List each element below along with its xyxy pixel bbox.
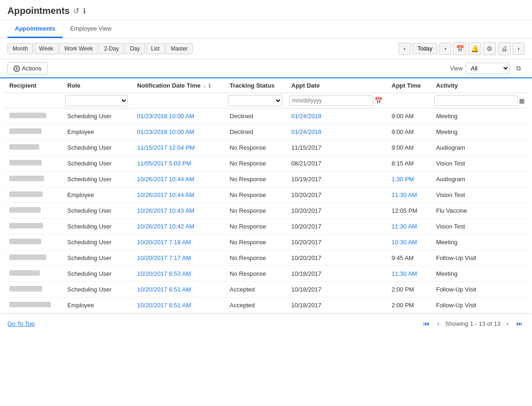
cell-appt-time[interactable]: 11:30 AM (386, 219, 431, 235)
tab-employee-view[interactable]: Employee View (63, 20, 119, 38)
tracking-status-filter-select[interactable]: Accepted Declined No Response (228, 95, 282, 106)
bell-icon-button[interactable]: 🔔 (468, 42, 481, 55)
cell-activity: Audiogram (431, 171, 528, 187)
cell-activity: Audiogram (431, 140, 528, 156)
filter-tracking-status[interactable]: Accepted Declined No Response (224, 93, 286, 108)
view-btn-work-week[interactable]: Work Week (59, 43, 98, 54)
cell-notification-date-time[interactable]: 01/23/2018 10:00 AM (132, 108, 224, 124)
tab-appointments[interactable]: Appointments (7, 20, 63, 38)
cell-appt-time[interactable]: 11:30 AM (386, 187, 431, 203)
cell-notification-date-time[interactable]: 10/20/2017 6:51 AM (132, 282, 224, 298)
filter-row: Scheduling User Employee Accepted Declin… (4, 93, 528, 108)
col-header-appt-time: Appt Time (386, 78, 431, 93)
col-header-appt-date: Appt Date (286, 78, 386, 93)
cell-activity: Meeting (431, 108, 528, 124)
actions-button[interactable]: + Actions (7, 62, 48, 75)
view-dropdown[interactable]: All Active Inactive (466, 63, 510, 74)
cell-notification-date-time[interactable]: 11/15/2017 12:04 PM (132, 140, 224, 156)
cell-tracking-status: Declined (224, 124, 286, 140)
cell-tracking-status: No Response (224, 266, 286, 282)
print-icon-button[interactable]: 🖨 (498, 42, 511, 55)
cell-notification-date-time[interactable]: 10/26/2017 10:44 AM (132, 187, 224, 203)
role-filter-select[interactable]: Scheduling User Employee (65, 95, 128, 106)
cell-appt-time: 9:00 AM (386, 108, 431, 124)
filter-appt-date[interactable]: 📅 (286, 93, 386, 108)
col-header-notification-date-time[interactable]: Notification Date Time ↓ ℹ (132, 78, 224, 93)
cell-tracking-status: No Response (224, 171, 286, 187)
gear-icon-button[interactable]: ⚙ (483, 42, 496, 55)
prev-nav-button[interactable]: ‹ (399, 43, 411, 55)
cell-notification-date-time[interactable]: 01/23/2018 10:00 AM (132, 124, 224, 140)
pager-showing-label: Showing 1 - 13 of 13 (445, 320, 500, 327)
col-header-recipient: Recipient (4, 78, 62, 93)
info-icon[interactable]: ℹ (83, 6, 86, 15)
cell-notification-date-time[interactable]: 10/26/2017 10:42 AM (132, 219, 224, 235)
cell-tracking-status: Accepted (224, 282, 286, 298)
table-container: Recipient Role Notification Date Time ↓ … (0, 78, 532, 313)
cell-role: Scheduling User (62, 140, 132, 156)
table-row: XXXXXXXXXXEmployee01/23/2018 10:00 AMDec… (4, 124, 528, 140)
cell-notification-date-time[interactable]: 10/20/2017 7:17 AM (132, 250, 224, 266)
cell-appt-time[interactable]: 10:30 AM (386, 235, 431, 250)
table-row: XXXXXXXXXXScheduling User10/20/2017 6:53… (4, 266, 528, 282)
cell-tracking-status: No Response (224, 219, 286, 235)
cell-tracking-status: No Response (224, 187, 286, 203)
cell-notification-date-time[interactable]: 11/05/2017 5:03 PM (132, 156, 224, 171)
cell-recipient: XXXXXXXXXX (4, 156, 62, 171)
info-icon-notification[interactable]: ℹ (209, 83, 210, 89)
table-body: XXXXXXXXXXScheduling User01/23/2018 10:0… (4, 108, 528, 313)
cell-recipient: XXXXXXXXXX (4, 298, 62, 313)
activity-filter-input[interactable] (434, 95, 518, 106)
go-to-top-button[interactable]: Go To Top (7, 320, 35, 327)
today-button[interactable]: Today (412, 43, 437, 54)
view-buttons: Month Week Work Week 2-Day Day List Mast… (7, 43, 193, 54)
filter-activity[interactable]: ▦ (431, 93, 528, 108)
next-nav-button[interactable]: › (439, 43, 451, 55)
cell-notification-date-time[interactable]: 10/20/2017 6:53 AM (132, 266, 224, 282)
cell-activity: Follow-Up Visit (431, 298, 528, 313)
cell-activity: Meeting (431, 235, 528, 250)
sort-icon-notification[interactable]: ↓ (203, 83, 206, 89)
view-btn-day[interactable]: Day (125, 43, 145, 54)
activity-grid-icon[interactable]: ▦ (519, 97, 525, 104)
last-page-button[interactable]: ⏭ (514, 318, 525, 329)
cell-role: Scheduling User (62, 203, 132, 219)
cell-appt-time[interactable]: 11:30 AM (386, 266, 431, 282)
appointments-table: Recipient Role Notification Date Time ↓ … (4, 78, 528, 313)
appt-date-calendar-icon[interactable]: 📅 (374, 97, 382, 104)
cell-activity: Vision Test (431, 219, 528, 235)
next-page-button[interactable]: › (502, 318, 513, 329)
view-btn-month[interactable]: Month (7, 43, 33, 54)
cell-notification-date-time[interactable]: 10/26/2017 10:44 AM (132, 171, 224, 187)
view-btn-list[interactable]: List (146, 43, 165, 54)
cell-role: Employee (62, 187, 132, 203)
cell-notification-date-time[interactable]: 10/20/2017 7:18 AM (132, 235, 224, 250)
table-row: XXXXXXXXXXEmployee10/20/2017 6:51 AMAcce… (4, 298, 528, 313)
cell-appt-date[interactable]: 01/24/2018 (286, 108, 386, 124)
first-page-button[interactable]: ⏮ (421, 318, 431, 329)
tabs-bar: Appointments Employee View (0, 20, 532, 38)
cell-notification-date-time[interactable]: 10/26/2017 10:43 AM (132, 203, 224, 219)
filter-icon-button[interactable]: ⧉ (513, 63, 525, 75)
view-btn-master[interactable]: Master (165, 43, 193, 54)
cell-activity: Follow-Up Visit (431, 250, 528, 266)
cell-notification-date-time[interactable]: 10/20/2017 6:51 AM (132, 298, 224, 313)
expand-icon-button[interactable]: › (513, 43, 525, 55)
cell-appt-time[interactable]: 1:30 PM (386, 171, 431, 187)
cell-recipient: XXXXXXXXXX (4, 235, 62, 250)
actions-label: Actions (22, 65, 42, 72)
filter-role[interactable]: Scheduling User Employee (62, 93, 132, 108)
refresh-icon[interactable]: ↺ (73, 6, 79, 15)
appt-date-filter-input[interactable] (290, 95, 374, 106)
pagination-bar: Go To Top ⏮ ‹ Showing 1 - 13 of 13 › ⏭ (0, 313, 532, 333)
calendar-icon-button[interactable]: 📅 (453, 42, 466, 55)
cell-appt-date: 10/18/2017 (286, 266, 386, 282)
cell-appt-date: 10/20/2017 (286, 203, 386, 219)
cell-appt-date[interactable]: 01/24/2018 (286, 124, 386, 140)
cell-appt-time: 9:00 AM (386, 124, 431, 140)
prev-page-button[interactable]: ‹ (433, 318, 443, 329)
cell-role: Scheduling User (62, 171, 132, 187)
view-btn-2day[interactable]: 2-Day (99, 43, 124, 54)
view-btn-week[interactable]: Week (34, 43, 58, 54)
cell-activity: Meeting (431, 266, 528, 282)
